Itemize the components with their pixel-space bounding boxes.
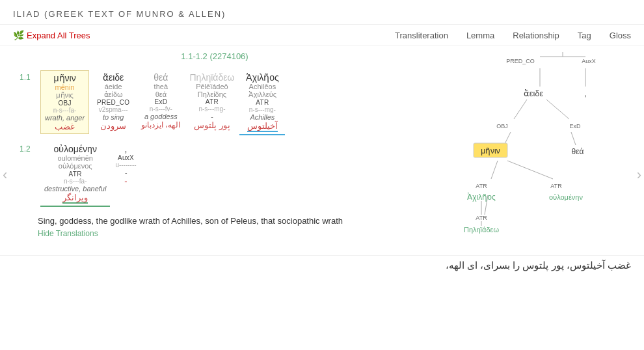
gloss-aeide: to sing bbox=[103, 113, 124, 121]
arabic-thea: الهه، ایزدبانو bbox=[141, 120, 180, 129]
dep-aeide: PRED_CO bbox=[97, 99, 129, 106]
svg-line-2 bbox=[514, 100, 527, 119]
word-oulomenin[interactable]: οὐλομένην ouloménēn οὐλόμενος ATR n-s---… bbox=[40, 142, 110, 207]
greek-comma: , bbox=[125, 144, 127, 154]
greek-achileos: Ἀχιλῆος bbox=[246, 72, 279, 83]
nav-relationship[interactable]: Relationship bbox=[513, 31, 559, 40]
translit-peleiades: Pēlēïádeō bbox=[196, 83, 228, 90]
nav-lemma[interactable]: Lemma bbox=[466, 31, 494, 40]
greek-oulomenin: οὐλομένην bbox=[53, 144, 96, 154]
morph-oulomenin: n-s---fa- bbox=[64, 178, 87, 185]
word-thea[interactable]: θεά theà θεά ExD n-s---fv- a goddess اله… bbox=[137, 70, 184, 131]
dep-peleiades: ATR bbox=[206, 98, 219, 105]
gloss-thea: a goddess bbox=[144, 113, 178, 120]
gloss-achileos: Achilles bbox=[250, 113, 275, 121]
nav-tag[interactable]: Tag bbox=[578, 31, 591, 40]
dep-achileos: ATR bbox=[256, 99, 269, 106]
prev-button[interactable]: ‹ bbox=[3, 167, 7, 183]
morph-aeide: v2spma--- bbox=[99, 106, 128, 113]
arabic-menin: غضب bbox=[55, 122, 75, 131]
translit-thea: theà bbox=[154, 83, 168, 90]
translation-text: Sing, goddess, the godlike wrath of Achi… bbox=[38, 216, 343, 226]
greek2-oulomenin: οὐλόμενος bbox=[59, 162, 92, 170]
expand-icon: 🌿 bbox=[13, 30, 24, 40]
nav-links: Transliteration Lemma Relationship Tag G… bbox=[395, 31, 631, 40]
app-container: ILIAD (GREEK TEXT OF MUNRO & ALLEN) 🌿 Ex… bbox=[0, 0, 644, 350]
tree-label-exd: ExD bbox=[569, 123, 581, 129]
tree-label-atr3: ATR bbox=[476, 215, 487, 221]
svg-line-7 bbox=[507, 161, 553, 179]
tree-node-menin: μῆνιν bbox=[481, 146, 500, 155]
tree-label-atr2: ATR bbox=[550, 183, 562, 189]
word-achileos[interactable]: Ἀχιλῆος Achilêos Ἀχιλλεύς ATR n-s---mg- … bbox=[239, 70, 285, 135]
tree-node-achileos: Ἀχιλῆος bbox=[467, 193, 496, 202]
translit-aeide: áeide bbox=[105, 83, 122, 90]
arabic-oulomenin: ویرانگر bbox=[62, 193, 88, 204]
arabic-translation-text: غضب آخیلتوس، پور پلتوس را بسرای، ای الهه… bbox=[446, 260, 631, 271]
translit-achileos: Achilêos bbox=[249, 83, 276, 90]
word-comma: , AuxX u-------- - - bbox=[111, 142, 140, 188]
tree-node-comma: , bbox=[584, 88, 587, 98]
tree-node-thea: θεά bbox=[572, 147, 584, 156]
translit-oulomenin: ouloménēn bbox=[57, 154, 92, 162]
word-menin[interactable]: μῆνιν mênin μῆνις OBJ n-s---fa- wrath, a… bbox=[40, 70, 89, 134]
greek-peleiades: Πηληϊάδεω bbox=[190, 72, 235, 83]
tree-label-auxx: AuxX bbox=[582, 58, 596, 64]
page-title: ILIAD (GREEK TEXT OF MUNRO & ALLEN) bbox=[13, 9, 631, 24]
greek-aeide: ἄειδε bbox=[103, 72, 124, 83]
expand-all-label: Expand All Trees bbox=[27, 31, 90, 40]
hide-translations-button[interactable]: Hide Translations bbox=[20, 228, 449, 242]
dep-oulomenin: ATR bbox=[69, 170, 82, 178]
header: ILIAD (GREEK TEXT OF MUNRO & ALLEN) bbox=[0, 0, 644, 25]
morph-menin: n-s---fa- bbox=[53, 107, 77, 114]
expand-all-trees-button[interactable]: 🌿 Expand All Trees bbox=[13, 30, 90, 40]
translation-row: Sing, goddess, the godlike wrath of Achi… bbox=[20, 211, 449, 228]
next-button[interactable]: › bbox=[637, 167, 641, 183]
tree-node-oulomenin: οὐλομένην bbox=[549, 193, 583, 201]
line-1: 1.1 μῆνιν mênin μῆνις OBJ n-s---fa- wrat… bbox=[20, 70, 449, 135]
tree-label-pred-co: PRED_CO bbox=[506, 58, 535, 64]
morph-peleiades: n-s---mg- bbox=[198, 105, 225, 113]
dep-menin: OBJ bbox=[58, 100, 71, 107]
arabic-achileos: آخیلتوس bbox=[247, 121, 278, 132]
arabic-peleiades: پور پلتوس bbox=[194, 120, 230, 130]
greek-menin: μῆνιν bbox=[53, 73, 75, 83]
gloss-menin: wrath, anger bbox=[45, 114, 85, 122]
tree-node-aeide: ἄειδε bbox=[524, 88, 544, 98]
passage-id: 1.1-1.2 (2274106) bbox=[0, 49, 449, 66]
tree-section: PRED_CO AuxX ἄειδε , OBJ ExD μῆνιν θεά A… bbox=[449, 49, 631, 252]
line-num-2: 1.2 bbox=[20, 142, 38, 154]
line-2: 1.2 οὐλομένην ouloménēn οὐλόμενος ATR n-… bbox=[20, 142, 449, 207]
greek2-achileos: Ἀχιλλεύς bbox=[248, 90, 276, 99]
word-aeide[interactable]: ἄειδε áeide ἀείδω PRED_CO v2spma--- to s… bbox=[90, 70, 136, 133]
line-num-1: 1.1 bbox=[20, 70, 38, 82]
tree-label-obj: OBJ bbox=[496, 123, 508, 129]
svg-line-5 bbox=[571, 132, 576, 145]
tree-node-peleiades: Πηληϊάδεω bbox=[464, 226, 500, 234]
toolbar: 🌿 Expand All Trees Transliteration Lemma… bbox=[0, 25, 644, 46]
arabic-translation-row: غضب آخیلتوس، پور پلتوس را بسرای، ای الهه… bbox=[0, 255, 644, 275]
greek2-thea: θεά bbox=[155, 90, 167, 98]
hide-label: Hide Translations bbox=[38, 229, 98, 238]
dependency-tree: PRED_CO AuxX ἄειδε , OBJ ExD μῆνιν θεά A… bbox=[455, 49, 637, 250]
tree-label-atr1: ATR bbox=[476, 183, 487, 189]
svg-line-6 bbox=[491, 161, 498, 179]
greek-thea: θεά bbox=[154, 72, 168, 83]
text-section: 1.1-1.2 (2274106) 1.1 μῆνιν mênin μῆνις … bbox=[20, 49, 449, 252]
nav-transliteration[interactable]: Transliteration bbox=[395, 31, 448, 40]
greek2-aeide: ἀείδω bbox=[104, 90, 123, 99]
morph-comma: u-------- bbox=[115, 161, 136, 168]
greek2-peleiades: Πηλείδης bbox=[198, 90, 226, 98]
svg-line-3 bbox=[546, 100, 569, 119]
line2-words: οὐλομένην ouloménēn οὐλόμενος ATR n-s---… bbox=[40, 142, 141, 207]
morph-achileos: n-s---mg- bbox=[249, 106, 276, 113]
word-peleiades[interactable]: Πηληϊάδεω Pēlēïádeō Πηλείδης ATR n-s---m… bbox=[186, 70, 239, 132]
nav-gloss[interactable]: Gloss bbox=[610, 31, 631, 40]
translit-menin: mênin bbox=[55, 83, 75, 91]
line1-words: μῆνιν mênin μῆνις OBJ n-s---fa- wrath, a… bbox=[40, 70, 285, 135]
arabic-comma: - bbox=[124, 176, 127, 186]
dep-thea: ExD bbox=[154, 98, 167, 105]
morph-thea: n-s---fv- bbox=[150, 105, 172, 113]
gloss-comma: - bbox=[125, 168, 127, 176]
main-content: 1.1-1.2 (2274106) 1.1 μῆνιν mênin μῆνις … bbox=[0, 46, 644, 255]
